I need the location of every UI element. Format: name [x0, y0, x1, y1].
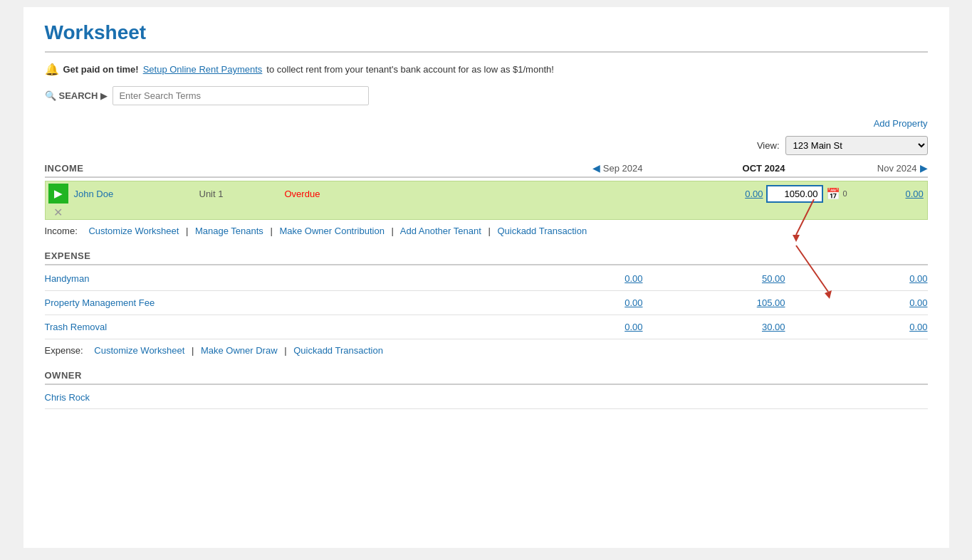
- owner-name[interactable]: Chris Rock: [45, 392, 501, 403]
- income-col-prev: ◀ Sep 2024: [501, 162, 643, 174]
- make-owner-draw-link[interactable]: Make Owner Draw: [201, 345, 278, 356]
- income-links-label: Income:: [45, 226, 78, 236]
- promo-bold: Get paid on time!: [63, 64, 139, 75]
- expense-row: Trash Removal 0.00 30.00 0.00: [45, 315, 928, 339]
- income-section-header: INCOME ◀ Sep 2024 OCT 2024 Nov 2024 ▶: [45, 162, 928, 178]
- prev-month-arrow[interactable]: ◀: [592, 162, 600, 174]
- expense-current-amount[interactable]: 105.00: [643, 297, 785, 308]
- expense-current-amount[interactable]: 50.00: [643, 273, 785, 284]
- expense-customize-worksheet-link[interactable]: Customize Worksheet: [94, 345, 184, 356]
- close-button[interactable]: ✕: [46, 206, 71, 219]
- calendar-icon-button[interactable]: 📅: [825, 187, 842, 201]
- expense-section-header: EXPENSE: [45, 250, 928, 265]
- owner-section-header: OWNER: [45, 370, 928, 385]
- promo-bar: 🔔 Get paid on time! Setup Online Rent Pa…: [45, 63, 928, 76]
- current-amount-input[interactable]: [766, 185, 823, 203]
- income-col-current: OCT 2024: [643, 163, 785, 174]
- view-row: View: 123 Main St: [45, 136, 928, 155]
- status-overdue: Overdue: [285, 189, 392, 199]
- owner-section: OWNER Chris Rock: [45, 370, 928, 409]
- expense-name[interactable]: Property Management Fee: [45, 297, 501, 308]
- expense-sep-amount[interactable]: 0.00: [501, 273, 643, 284]
- next-amount[interactable]: 0.00: [906, 189, 927, 199]
- search-arrow-icon: ▶: [100, 91, 107, 101]
- income-label: INCOME: [45, 163, 501, 174]
- expense-label: EXPENSE: [45, 250, 501, 261]
- make-owner-contribution-link[interactable]: Make Owner Contribution: [279, 226, 384, 236]
- expense-name[interactable]: Handyman: [45, 273, 501, 284]
- expense-next-amount[interactable]: 0.00: [785, 297, 928, 308]
- search-icon: 🔍: [45, 90, 56, 101]
- search-label: 🔍 SEARCH ▶: [45, 90, 108, 101]
- quickadd-transaction-link[interactable]: Quickadd Transaction: [497, 226, 587, 236]
- income-links-row: Income: Customize Worksheet | Manage Ten…: [45, 226, 928, 236]
- expense-next-amount[interactable]: 0.00: [785, 273, 928, 284]
- manage-tenants-link[interactable]: Manage Tenants: [195, 226, 263, 236]
- expense-sep-amount[interactable]: 0.00: [501, 297, 643, 308]
- unit-name: Unit 1: [199, 189, 285, 199]
- expense-links-label: Expense:: [45, 345, 83, 356]
- current-amount-cell: 📅 0: [763, 185, 906, 203]
- income-col-next: Nov 2024 ▶: [785, 162, 928, 174]
- sep-amount[interactable]: 0.00: [621, 189, 763, 199]
- page-wrapper: Worksheet 🔔 Get paid on time! Setup Onli…: [23, 7, 949, 548]
- tenant-name[interactable]: John Doe: [71, 189, 199, 199]
- search-row: 🔍 SEARCH ▶: [45, 86, 928, 105]
- add-property-link[interactable]: Add Property: [874, 118, 928, 129]
- view-select[interactable]: 123 Main St: [785, 136, 928, 155]
- income-row: ▶ John Doe Unit 1 Overdue 0.00 📅 0 0.00 …: [45, 181, 928, 220]
- expense-links-row: Expense: Customize Worksheet | Make Owne…: [45, 345, 928, 356]
- toolbar-row: Add Property: [45, 118, 928, 129]
- promo-suffix: to collect rent from your tenant's bank …: [266, 64, 554, 75]
- search-input[interactable]: [113, 86, 369, 105]
- promo-link[interactable]: Setup Online Rent Payments: [143, 64, 263, 75]
- expense-row: Handyman 0.00 50.00 0.00: [45, 267, 928, 291]
- expense-rows: Handyman 0.00 50.00 0.00 Property Manage…: [45, 267, 928, 339]
- page-title: Worksheet: [45, 21, 928, 44]
- count-badge: 0: [843, 189, 847, 198]
- add-another-tenant-link[interactable]: Add Another Tenant: [400, 226, 481, 236]
- expense-sep-amount[interactable]: 0.00: [501, 322, 643, 332]
- expense-name[interactable]: Trash Removal: [45, 322, 501, 332]
- owner-rows: Chris Rock: [45, 386, 928, 409]
- view-label: View:: [757, 140, 780, 151]
- owner-row: Chris Rock: [45, 386, 928, 409]
- expense-row: Property Management Fee 0.00 105.00 0.00: [45, 291, 928, 315]
- owner-label: OWNER: [45, 370, 501, 381]
- expand-button[interactable]: ▶: [48, 184, 68, 204]
- title-divider: [45, 51, 928, 53]
- next-month-arrow[interactable]: ▶: [920, 162, 928, 174]
- expense-next-amount[interactable]: 0.00: [785, 322, 928, 332]
- customize-worksheet-link[interactable]: Customize Worksheet: [88, 226, 179, 236]
- expense-current-amount[interactable]: 30.00: [643, 322, 785, 332]
- bell-icon: 🔔: [45, 63, 59, 76]
- expense-quickadd-link[interactable]: Quickadd Transaction: [293, 345, 383, 356]
